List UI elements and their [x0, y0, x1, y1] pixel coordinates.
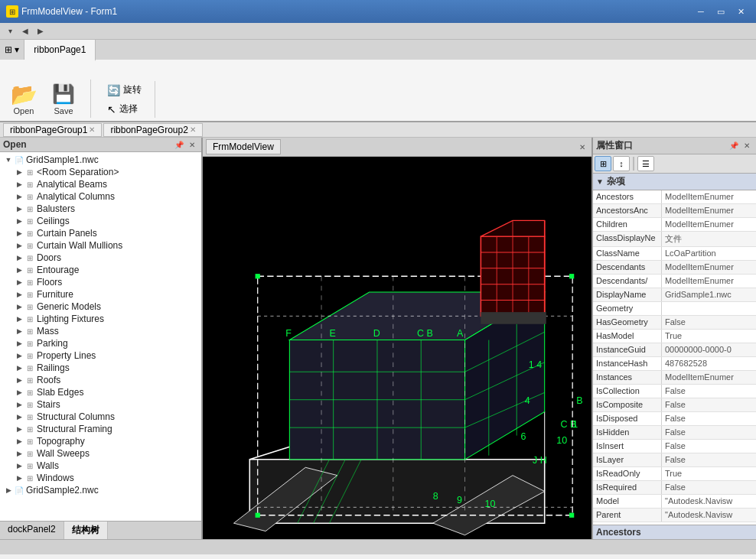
tree-expander[interactable]: ▶ — [14, 375, 24, 385]
tree-expander[interactable]: ▶ — [14, 191, 24, 202]
properties-row[interactable]: IsRequiredFalse — [593, 481, 756, 495]
tree-item[interactable]: ▶⊞Curtain Panels — [2, 227, 200, 239]
properties-row[interactable]: IsReadOnlyTrue — [593, 467, 756, 481]
props-list-button[interactable]: ☰ — [637, 156, 654, 171]
tree-item[interactable]: ▶⊞Parking — [2, 337, 200, 349]
qa-menu-button[interactable]: ▾ — [3, 24, 17, 38]
tree-expander[interactable]: ▶ — [14, 216, 24, 226]
tree-item[interactable]: ▶⊞Slab Edges — [2, 386, 200, 398]
tree-item[interactable]: ▶⊞Doors — [2, 252, 200, 264]
tree-expander[interactable]: ▶ — [14, 228, 24, 239]
tree-expander[interactable]: ▶ — [14, 387, 24, 398]
tree-item[interactable]: ▶⊞Structural Columns — [2, 411, 200, 423]
group-tab-1[interactable]: ribbonPageGroup1 ✕ — [3, 123, 102, 137]
qa-forward-button[interactable]: ▶ — [34, 24, 47, 38]
dock-tab-panel2[interactable]: dockPanel2 — [0, 522, 64, 539]
tree-expander[interactable]: ▶ — [14, 277, 24, 288]
tree-item[interactable]: ▶⊞Windows — [2, 472, 200, 484]
properties-row[interactable]: ChildrenModelItemEnumer — [593, 218, 756, 232]
tree-content[interactable]: ▼📄GridSample1.nwc▶⊞<Room Separation>▶⊞An… — [0, 152, 201, 521]
tree-item[interactable]: ▼📄GridSample1.nwc — [2, 154, 200, 166]
properties-row[interactable]: ClassDisplayNe文件 — [593, 232, 756, 247]
properties-row[interactable]: DescendantsModelItemEnumer — [593, 261, 756, 275]
tree-expander[interactable]: ▶ — [14, 436, 24, 447]
tree-item[interactable]: ▶⊞Mass — [2, 325, 200, 337]
tree-expander[interactable]: ▶ — [14, 240, 24, 251]
tree-expander[interactable]: ▶ — [14, 399, 24, 410]
properties-row[interactable]: IsHiddenFalse — [593, 426, 756, 440]
dock-tab-tree[interactable]: 结构树 — [64, 522, 108, 539]
tree-item[interactable]: ▶⊞Floors — [2, 276, 200, 288]
tree-item[interactable]: ▶⊞Walls — [2, 460, 200, 472]
properties-row[interactable]: IsCollectionFalse — [593, 385, 756, 398]
tree-expander[interactable]: ▼ — [3, 154, 14, 165]
qa-back-button[interactable]: ◀ — [18, 24, 32, 38]
properties-row[interactable]: AncestorsAncModelItemEnumer — [593, 204, 756, 218]
ribbon-home-icon-tab[interactable]: ⊞ ▾ — [0, 40, 24, 60]
ribbon-page1-tab[interactable]: ribbonPage1 — [24, 40, 96, 61]
tree-item[interactable]: ▶⊞Topography — [2, 435, 200, 447]
tree-expander[interactable]: ▶ — [14, 314, 24, 324]
tree-expander[interactable]: ▶ — [14, 167, 24, 177]
properties-row[interactable]: AncestorsModelItemEnumer — [593, 190, 756, 204]
save-button[interactable]: 💾 Save — [46, 80, 81, 118]
properties-row[interactable]: IsDisposedFalse — [593, 412, 756, 426]
model-view-tab[interactable]: FrmModelView — [206, 139, 281, 154]
right-panel-close-button[interactable]: ✕ — [741, 141, 753, 151]
tree-item[interactable]: ▶⊞Railings — [2, 362, 200, 374]
properties-row[interactable]: Descendants/ModelItemEnumer — [593, 275, 756, 288]
tree-item[interactable]: ▶⊞Property Lines — [2, 349, 200, 362]
tree-expander[interactable]: ▶ — [3, 485, 14, 496]
tree-item[interactable]: ▶⊞Generic Models — [2, 301, 200, 313]
group-tab-1-close[interactable]: ✕ — [89, 125, 95, 134]
properties-row[interactable]: IsLayerFalse — [593, 453, 756, 467]
tree-item[interactable]: ▶⊞Balusters — [2, 203, 200, 215]
properties-row[interactable]: IsInsertFalse — [593, 440, 756, 453]
tree-expander[interactable]: ▶ — [14, 473, 24, 483]
properties-row[interactable]: InstanceHash487682528 — [593, 357, 756, 371]
tree-expander[interactable]: ▶ — [14, 338, 24, 349]
properties-row[interactable]: InstancesModelItemEnumer — [593, 371, 756, 385]
props-az-button[interactable]: ↕ — [613, 156, 630, 171]
tree-item[interactable]: ▶⊞Roofs — [2, 374, 200, 386]
tree-item[interactable]: ▶⊞Structural Framing — [2, 423, 200, 435]
tree-item[interactable]: ▶⊞<Room Separation> — [2, 166, 200, 178]
tree-item[interactable]: ▶⊞Wall Sweeps — [2, 447, 200, 460]
right-panel-pin-button[interactable]: 📌 — [728, 141, 740, 151]
tree-item[interactable]: ▶⊞Analytical Columns — [2, 190, 200, 203]
tree-expander[interactable]: ▶ — [14, 424, 24, 434]
group-tab-2-close[interactable]: ✕ — [190, 125, 196, 134]
properties-row[interactable]: ClassNameLcOaPartition — [593, 247, 756, 261]
properties-row[interactable]: Parent"Autodesk.Navisw — [593, 509, 756, 522]
properties-row[interactable]: DisplayNameGridSample1.nwc — [593, 288, 756, 302]
tree-expander[interactable]: ▶ — [14, 362, 24, 373]
rotate-button[interactable]: 🔄 旋转 — [103, 81, 145, 99]
tree-expander[interactable]: ▶ — [14, 448, 24, 459]
props-sort-button[interactable]: ⊞ — [595, 156, 611, 171]
dock-close-button[interactable]: ✕ — [186, 139, 198, 150]
tree-expander[interactable]: ▶ — [14, 265, 24, 275]
properties-row[interactable]: Model"Autodesk.Navisw — [593, 495, 756, 509]
properties-table[interactable]: AncestorsModelItemEnumerAncestorsAncMode… — [593, 190, 756, 525]
open-button[interactable]: 📂 Open — [6, 80, 41, 118]
dock-pin-button[interactable]: 📌 — [173, 139, 185, 150]
close-button[interactable]: ✕ — [732, 4, 750, 19]
tree-expander[interactable]: ▶ — [14, 203, 24, 214]
tree-expander[interactable]: ▶ — [14, 301, 24, 312]
properties-row[interactable]: HasGeometryFalse — [593, 316, 756, 330]
minimize-button[interactable]: ─ — [692, 4, 710, 19]
tree-item[interactable]: ▶⊞Analytical Beams — [2, 178, 200, 190]
model-view-close-button[interactable]: ✕ — [576, 141, 588, 152]
group-tab-2[interactable]: ribbonPageGroup2 ✕ — [103, 123, 202, 137]
tree-item[interactable]: ▶⊞Furniture — [2, 288, 200, 301]
tree-item[interactable]: ▶⊞Ceilings — [2, 215, 200, 227]
tree-expander[interactable]: ▶ — [14, 179, 24, 190]
tree-item[interactable]: ▶⊞Stairs — [2, 398, 200, 411]
tree-expander[interactable]: ▶ — [14, 460, 24, 471]
tree-item[interactable]: ▶⊞Lighting Fixtures — [2, 313, 200, 325]
tree-expander[interactable]: ▶ — [14, 252, 24, 263]
model-view-canvas[interactable]: F E D C B A 1 4 4 6 1 10 C B B 8 9 10 — [203, 157, 591, 539]
properties-row[interactable]: Geometry — [593, 302, 756, 316]
properties-row[interactable]: IsCompositeFalse — [593, 398, 756, 412]
tree-expander[interactable]: ▶ — [14, 411, 24, 422]
